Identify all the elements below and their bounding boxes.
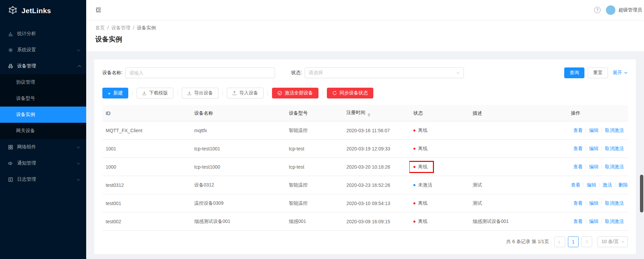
cell-model: tcp-test	[285, 140, 342, 158]
chevron-down-icon	[77, 177, 80, 181]
status-text: 离线	[418, 200, 428, 206]
prev-page-button[interactable]	[554, 236, 565, 247]
sidebar-item-log-management[interactable]: 日志管理	[0, 171, 86, 188]
cell-status: 离线	[409, 212, 469, 231]
sidebar-item-gateway-device[interactable]: 网关设备	[0, 123, 86, 139]
table-row: test002 烟感测试设备001 烟感001 2020-03-09 16:09…	[102, 212, 628, 231]
chevron-up-icon	[78, 65, 81, 68]
cell-time: 2020-03-10 09:54:13	[342, 194, 409, 212]
column-actions: 操作	[567, 105, 628, 121]
user-name: 超级管理员	[618, 7, 642, 13]
sidebar-item-protocol-management[interactable]: 协议管理	[0, 74, 86, 90]
pagination: 共 6 条记录 第 1/1页 1 10 条/页	[102, 236, 628, 247]
status-text: 离线	[418, 219, 428, 225]
deactivate-link[interactable]: 取消激活	[605, 127, 624, 133]
chevron-down-icon	[624, 71, 628, 75]
sidebar-item-notification-management[interactable]: 通知管理	[0, 155, 86, 171]
cell-actions: 查看编辑取消激活	[567, 121, 628, 140]
chevron-down-icon	[77, 145, 80, 148]
device-management-submenu: 协议管理 设备型号 设备实例 网关设备	[0, 74, 86, 139]
cell-status: 未激活	[409, 176, 469, 194]
upload-icon	[232, 91, 237, 95]
status-select[interactable]: 请选择	[305, 67, 464, 78]
export-devices-button[interactable]: 导出设备	[182, 88, 218, 98]
view-link[interactable]: 查看	[573, 164, 583, 169]
breadcrumb-device-management[interactable]: 设备管理	[111, 25, 130, 31]
table-row: test001 温控设备0309 智能温控 2020-03-10 09:54:1…	[102, 194, 628, 212]
activate-all-button[interactable]: 激活全部设备	[272, 88, 318, 98]
search-form: 设备名称: 状态: 请选择 查询	[102, 67, 628, 78]
breadcrumb-current: 设备实例	[137, 25, 156, 31]
page-1-button[interactable]: 1	[568, 236, 579, 247]
edit-link[interactable]: 编辑	[587, 182, 596, 188]
sidebar-item-device-instance[interactable]: 设备实例	[0, 107, 86, 123]
cell-name: 烟感测试设备001	[190, 212, 285, 231]
next-page-button[interactable]	[581, 236, 592, 247]
edit-link[interactable]: 编辑	[589, 127, 599, 133]
view-link[interactable]: 查看	[573, 146, 583, 151]
edit-link[interactable]: 编辑	[589, 219, 599, 224]
action-divider	[615, 182, 615, 187]
column-id: ID	[102, 105, 190, 121]
toolbar-divider	[132, 91, 133, 95]
sync-status-label: 同步设备状态	[340, 90, 368, 96]
deactivate-link[interactable]: 取消激活	[605, 219, 624, 224]
menu-fold-icon[interactable]	[95, 7, 102, 13]
deactivate-link[interactable]: 取消激活	[605, 164, 624, 169]
sidebar-item-label: 统计分析	[17, 31, 36, 37]
reset-button[interactable]: 重置	[588, 67, 608, 78]
device-card: 设备名称: 状态: 请选择 查询	[94, 59, 636, 254]
deactivate-link[interactable]: 取消激活	[605, 200, 624, 206]
action-divider	[586, 128, 586, 133]
sidebar-item-device-model[interactable]: 设备型号	[0, 90, 86, 107]
sidebar-item-system-settings[interactable]: 系统设置	[0, 42, 86, 58]
help-glyph: ?	[596, 8, 599, 12]
page-header: 首页 / 设备管理 / 设备实例 设备实例	[86, 20, 644, 51]
sidebar-item-label: 通知管理	[17, 160, 36, 166]
sort-caret-up-icon	[368, 113, 370, 115]
sidebar-item-network-components[interactable]: 网络组件	[0, 139, 86, 155]
cell-name: mqttfx	[190, 121, 285, 140]
plus-icon: +	[108, 90, 111, 96]
logo[interactable]: JetLinks	[0, 0, 86, 22]
view-link[interactable]: 查看	[573, 219, 583, 224]
table-header: ID 设备名称 设备型号 注册时间 状态 描述 操作	[102, 105, 628, 121]
view-link[interactable]: 查看	[573, 127, 583, 133]
query-button[interactable]: 查询	[564, 67, 584, 78]
page-size-select[interactable]: 10 条/页	[598, 236, 628, 247]
download-template-button[interactable]: 下载模版	[137, 88, 173, 98]
status-dot	[413, 202, 415, 204]
new-button[interactable]: + 新建	[102, 88, 128, 98]
column-device-model: 设备型号	[285, 105, 342, 121]
sidebar-item-label: 设备型号	[16, 95, 35, 102]
device-name-input[interactable]	[125, 67, 275, 78]
sorter[interactable]	[368, 113, 370, 117]
sidebar-item-statistics[interactable]: 统计分析	[0, 26, 86, 42]
sync-status-button[interactable]: 同步设备状态	[327, 88, 373, 98]
check-circle-icon	[277, 91, 282, 95]
activate-link[interactable]: 激活	[603, 182, 612, 188]
cell-id: 1001	[102, 140, 190, 158]
breadcrumb-home[interactable]: 首页	[95, 25, 105, 31]
action-divider	[583, 182, 584, 187]
edit-link[interactable]: 编辑	[589, 164, 599, 169]
import-devices-button[interactable]: 导入设备	[227, 88, 264, 98]
cell-actions: 查看编辑激活删除	[567, 176, 628, 194]
bar-chart-icon	[8, 31, 13, 36]
deactivate-link[interactable]: 取消激活	[605, 146, 624, 151]
delete-link[interactable]: 删除	[618, 182, 628, 188]
expand-link[interactable]: 展开	[613, 70, 628, 76]
user-menu[interactable]: 超级管理员	[606, 5, 642, 15]
action-divider	[586, 146, 586, 151]
edit-link[interactable]: 编辑	[589, 146, 599, 151]
view-link[interactable]: 查看	[573, 200, 583, 206]
scrollbar-thumb[interactable]	[640, 175, 643, 212]
cell-time: 2020-03-16 11:56:07	[342, 121, 409, 140]
sidebar-item-device-management[interactable]: 设备管理	[0, 58, 86, 74]
view-link[interactable]: 查看	[571, 182, 580, 188]
edit-link[interactable]: 编辑	[589, 200, 599, 206]
help-icon[interactable]: ?	[594, 7, 601, 13]
device-name-label: 设备名称:	[102, 70, 123, 76]
action-divider	[602, 201, 602, 205]
cell-actions: 查看编辑取消激活	[567, 158, 628, 176]
